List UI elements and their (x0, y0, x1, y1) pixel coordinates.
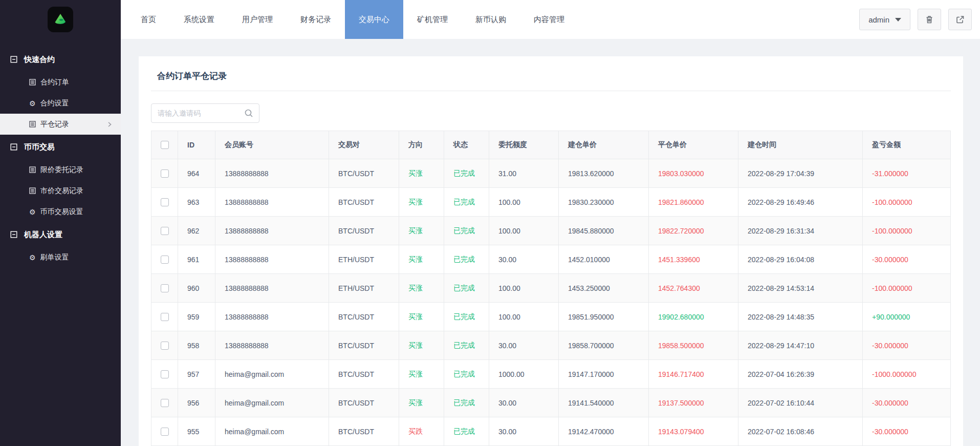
select-all-checkbox[interactable] (161, 141, 169, 149)
top-nav-tab-7[interactable]: 新币认购 (462, 0, 520, 39)
top-nav-tab-1[interactable]: 首页 (127, 0, 170, 39)
sidebar-item[interactable]: 合约订单 (0, 72, 121, 93)
table-row: 96113888888888ETH/USDT买涨已完成30.001452.010… (151, 245, 951, 274)
gear-icon: ⚙ (29, 100, 36, 107)
table-row: 95913888888888BTC/USDT买涨已完成100.0019851.9… (151, 303, 951, 331)
sidebar-section-2: 币币交易限价委托记录市价交易记录⚙币币交易设置 (0, 135, 121, 222)
export-icon (955, 14, 965, 25)
search-icon[interactable] (244, 108, 254, 118)
row-checkbox[interactable] (161, 370, 169, 378)
sidebar-item[interactable]: 限价委托记录 (0, 159, 121, 180)
cell-open-price: 19813.620000 (559, 159, 649, 188)
cell-id: 963 (178, 188, 215, 217)
cell-pair: BTC/USDT (329, 417, 399, 446)
cell-profit: -30.000000 (863, 389, 951, 417)
column-header: 盈亏金额 (863, 131, 951, 159)
cell-open-price: 1452.010000 (559, 245, 649, 274)
cell-direction: 买涨 (399, 389, 444, 417)
cell-direction: 买跌 (399, 417, 444, 446)
chevron-right-icon (106, 121, 113, 128)
sidebar-item[interactable]: ⚙币币交易设置 (0, 201, 121, 222)
sidebar: 快速合约合约订单⚙合约设置平仓记录币币交易限价委托记录市价交易记录⚙币币交易设置… (0, 0, 121, 446)
top-nav-tab-4[interactable]: 财务记录 (287, 0, 345, 39)
top-nav-tab-2[interactable]: 系统设置 (170, 0, 228, 39)
row-checkbox[interactable] (161, 342, 169, 350)
top-nav-tab-6[interactable]: 矿机管理 (403, 0, 462, 39)
cell-close-price: 19821.860000 (649, 188, 738, 217)
cell-open-time: 2022-08-29 17:04:39 (738, 159, 863, 188)
row-select-cell (151, 360, 178, 389)
cell-open-time: 2022-07-04 16:26:39 (738, 360, 863, 389)
admin-dropdown-button[interactable]: admin (859, 9, 910, 30)
row-checkbox[interactable] (161, 198, 169, 206)
sidebar-item[interactable]: ⚙刷单设置 (0, 247, 121, 268)
cell-profit: -100.000000 (863, 217, 951, 245)
cell-open-time: 2022-08-29 16:49:46 (738, 188, 863, 217)
page-title: 合约订单平仓记录 (151, 56, 951, 91)
cell-amount: 100.00 (489, 188, 559, 217)
sidebar-section-3: 机器人设置⚙刷单设置 (0, 222, 121, 268)
cell-account: 13888888888 (215, 188, 329, 217)
export-logout-button[interactable] (948, 9, 972, 30)
cell-close-price: 19137.500000 (649, 389, 738, 417)
cell-id: 955 (178, 417, 215, 446)
row-checkbox[interactable] (161, 227, 169, 235)
table-row: 957heima@gmail.comBTC/USDT买涨已完成1000.0019… (151, 360, 951, 389)
table-header-row: ID会员账号交易对方向状态委托额度建仓单价平仓单价建仓时间盈亏金额 (151, 131, 951, 159)
minus-square-icon (10, 56, 17, 63)
cell-profit: -30.000000 (863, 331, 951, 360)
row-checkbox[interactable] (161, 284, 169, 292)
cell-id: 958 (178, 331, 215, 360)
cell-amount: 1000.00 (489, 360, 559, 389)
sidebar-item[interactable]: ⚙合约设置 (0, 93, 121, 114)
sidebar-menu: 快速合约合约订单⚙合约设置平仓记录币币交易限价委托记录市价交易记录⚙币币交易设置… (0, 39, 121, 268)
cell-status: 已完成 (444, 331, 489, 360)
minus-square-icon (10, 231, 17, 238)
row-checkbox[interactable] (161, 399, 169, 407)
cell-amount: 31.00 (489, 159, 559, 188)
column-header: 状态 (444, 131, 489, 159)
table-row: 95813888888888BTC/USDT买涨已完成30.0019858.70… (151, 331, 951, 360)
gear-icon: ⚙ (29, 208, 36, 216)
top-nav-tab-5[interactable]: 交易中心 (345, 0, 403, 39)
cell-open-time: 2022-07-02 16:08:46 (738, 417, 863, 446)
cell-amount: 30.00 (489, 417, 559, 446)
column-header: 建仓时间 (738, 131, 863, 159)
cell-account: 13888888888 (215, 217, 329, 245)
cell-amount: 30.00 (489, 389, 559, 417)
cell-pair: BTC/USDT (329, 303, 399, 331)
cell-pair: ETH/USDT (329, 274, 399, 303)
cell-pair: BTC/USDT (329, 188, 399, 217)
cell-open-price: 19845.880000 (559, 217, 649, 245)
cell-open-price: 19147.170000 (559, 360, 649, 389)
row-checkbox[interactable] (161, 313, 169, 321)
sidebar-item[interactable]: 平仓记录 (0, 114, 121, 135)
cell-close-price: 1452.764300 (649, 274, 738, 303)
top-nav-tab-3[interactable]: 用户管理 (228, 0, 287, 39)
cell-direction: 买涨 (399, 303, 444, 331)
trash-icon (924, 14, 934, 25)
sidebar-section-header[interactable]: 币币交易 (0, 135, 121, 159)
cell-pair: BTC/USDT (329, 159, 399, 188)
cell-status: 已完成 (444, 360, 489, 389)
sidebar-item[interactable]: 市价交易记录 (0, 180, 121, 201)
cell-id: 956 (178, 389, 215, 417)
cell-account: heima@gmail.com (215, 389, 329, 417)
column-header: 方向 (399, 131, 444, 159)
top-nav-tab-8[interactable]: 内容管理 (520, 0, 578, 39)
row-checkbox[interactable] (161, 428, 169, 436)
table-row: 956heima@gmail.comBTC/USDT买涨已完成30.001914… (151, 389, 951, 417)
trash-button[interactable] (918, 9, 941, 30)
list-icon (29, 121, 36, 128)
sidebar-section-header[interactable]: 机器人设置 (0, 222, 121, 247)
column-header: 建仓单价 (559, 131, 649, 159)
sidebar-section-header[interactable]: 快速合约 (0, 47, 121, 72)
row-checkbox[interactable] (161, 256, 169, 264)
row-checkbox[interactable] (161, 169, 169, 178)
cell-profit: +90.000000 (863, 303, 951, 331)
cell-id: 964 (178, 159, 215, 188)
cell-open-price: 19858.700000 (559, 331, 649, 360)
cell-open-time: 2022-08-29 14:53:14 (738, 274, 863, 303)
cell-amount: 100.00 (489, 303, 559, 331)
app-logo[interactable] (0, 0, 121, 39)
